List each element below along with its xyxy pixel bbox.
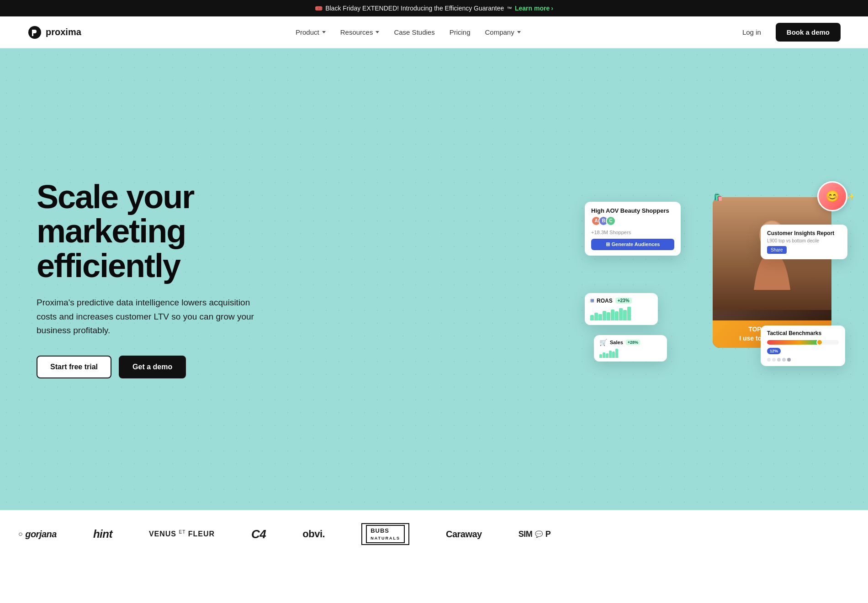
brand-gorjana: ○ gorjana <box>18 529 57 540</box>
insights-card-title: Customer Insights Report <box>767 230 841 236</box>
benchmarks-bar1 <box>767 340 839 345</box>
nav-item-case-studies[interactable]: Case Studies <box>394 28 434 36</box>
audience-card-subtitle: +18.3M Shoppers <box>591 230 674 235</box>
sim-icon: 💬 <box>535 530 543 538</box>
brand-bubs: BUBSNATURALS <box>361 523 409 545</box>
announcement-text: Black Friday EXTENDED! Introducing the E… <box>325 5 504 12</box>
nav-item-pricing[interactable]: Pricing <box>450 28 471 36</box>
proxima-mini-logo: ⊞ <box>590 298 594 303</box>
brand-venus: VENUS ET FLEUR <box>149 530 215 538</box>
nav-item-product[interactable]: Product <box>296 28 326 36</box>
hero-title: Scale your marketing efficiently <box>37 180 283 283</box>
generate-audiences-button[interactable]: ⊞ Generate Audiences <box>591 239 674 250</box>
sales-icon: 🛒 <box>599 339 607 346</box>
dot-4 <box>782 358 786 362</box>
brand-c4: C4 <box>251 527 266 541</box>
chevron-down-icon <box>376 31 379 33</box>
benchmarks-title: Tactical Benchmarks <box>767 330 839 336</box>
roas-card: ⊞ ROAS +23% <box>585 293 658 325</box>
hero-floating-avatar: 😊 <box>817 181 847 211</box>
start-trial-button[interactable]: Start free trial <box>37 356 111 378</box>
get-demo-button[interactable]: Get a demo <box>119 356 186 378</box>
logo-text: proxima <box>46 27 81 37</box>
brand-obvi: obvi. <box>302 528 325 540</box>
announcement-tm: ™ <box>507 5 512 11</box>
nav-item-resources[interactable]: Resources <box>340 28 380 36</box>
announcement-link[interactable]: Learn more › <box>515 5 553 12</box>
dot-1 <box>767 358 771 362</box>
benchmark-marker <box>816 340 823 345</box>
hero-visual-wrapper: TOP 3 products I use to SAVE my hair 😊 ✨… <box>585 188 841 384</box>
sales-badge: +28% <box>626 340 640 345</box>
benchmarks-card: Tactical Benchmarks 12% <box>761 325 845 366</box>
chevron-down-icon <box>517 31 521 33</box>
insights-card-subtitle: L900 top vs bottom decile <box>767 238 841 243</box>
avatar-3: C <box>606 216 616 226</box>
navbar: proxima Product Resources Case Studies P… <box>0 16 868 48</box>
benchmarks-row1 <box>767 340 839 345</box>
brands-track: ○ gorjana hint VENUS ET FLEUR C4 obvi. B… <box>0 523 868 545</box>
sparkle-icon: ✨ <box>847 193 854 200</box>
sales-card: 🛒 Sales +28% <box>594 335 667 362</box>
sales-chart <box>599 349 662 358</box>
dot-2 <box>772 358 776 362</box>
roas-header: ⊞ ROAS +23% <box>590 298 652 304</box>
hero-content: Scale your marketing efficiently Proxima… <box>37 180 283 379</box>
hero-description: Proxima's predictive data intelligence l… <box>37 296 256 337</box>
benchmarks-dots <box>767 358 839 362</box>
benchmarks-badge-row: 12% <box>767 347 839 356</box>
book-demo-button[interactable]: Book a demo <box>776 23 841 42</box>
insights-card: Customer Insights Report L900 top vs bot… <box>761 225 847 259</box>
insights-share-button[interactable]: Share <box>767 246 787 254</box>
audience-icon: ⊞ <box>606 241 610 247</box>
chevron-down-icon <box>322 31 326 33</box>
brands-bar: ○ gorjana hint VENUS ET FLEUR C4 obvi. B… <box>0 510 868 558</box>
hero-buttons: Start free trial Get a demo <box>37 356 283 378</box>
logo[interactable]: proxima <box>27 25 81 40</box>
hero-visual: TOP 3 products I use to SAVE my hair 😊 ✨… <box>585 188 841 371</box>
proxima-logo-icon <box>27 25 42 40</box>
announcement-emoji: 🎟️ <box>315 5 323 12</box>
gorjana-icon: ○ <box>18 530 22 538</box>
brand-sim: SIM 💬 P <box>519 530 551 539</box>
roas-badge: +23% <box>615 298 632 304</box>
dot-3 <box>777 358 781 362</box>
hero-section: Scale your marketing efficiently Proxima… <box>0 48 868 510</box>
brand-caraway: Caraway <box>446 529 482 540</box>
login-button[interactable]: Log in <box>735 25 768 40</box>
audience-card: High AOV Beauty Shoppers A B C +18.3M Sh… <box>585 202 681 256</box>
sales-row: 🛒 Sales +28% <box>599 339 662 346</box>
audience-card-title: High AOV Beauty Shoppers <box>591 207 674 214</box>
announcement-bar: 🎟️ Black Friday EXTENDED! Introducing th… <box>0 0 868 16</box>
nav-actions: Log in Book a demo <box>735 23 841 42</box>
roas-label: ROAS <box>597 298 613 304</box>
benchmarks-badge: 12% <box>767 348 781 354</box>
nav-links: Product Resources Case Studies Pricing C… <box>296 28 521 36</box>
audience-avatars: A B C <box>591 216 674 226</box>
bag-icon: 🛍️ <box>714 193 723 201</box>
nav-item-company[interactable]: Company <box>485 28 521 36</box>
roas-mini-chart <box>590 307 652 320</box>
brand-hint: hint <box>93 528 112 540</box>
sales-label: Sales <box>610 340 623 345</box>
dot-5 <box>787 358 791 362</box>
